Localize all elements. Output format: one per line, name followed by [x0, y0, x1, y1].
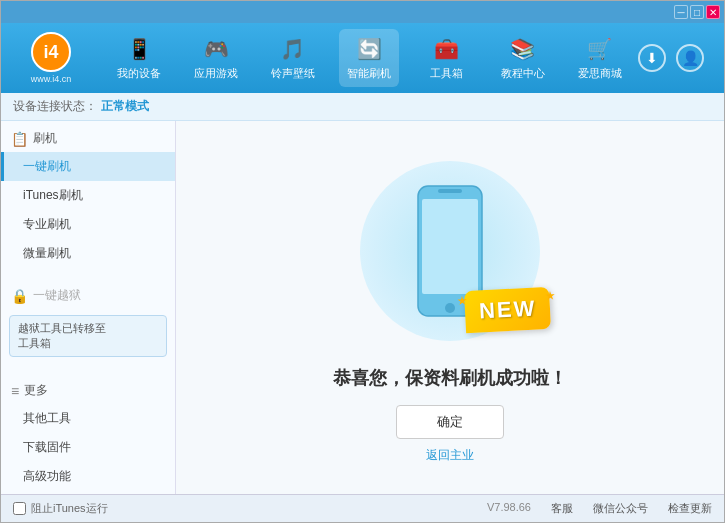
- nav-my-device[interactable]: 📱 我的设备: [109, 29, 169, 87]
- check-update-link[interactable]: 检查更新: [668, 501, 712, 516]
- nav-right-controls: ⬇ 👤: [638, 44, 714, 72]
- footer: 阻止iTunes运行 V7.98.66 客服 微信公众号 检查更新: [1, 494, 724, 522]
- toolbox-icon: 🧰: [432, 35, 460, 63]
- footer-left: 阻止iTunes运行: [13, 501, 487, 516]
- smart-flash-icon: 🔄: [355, 35, 383, 63]
- nav-toolbox[interactable]: 🧰 工具箱: [416, 29, 476, 87]
- apps-games-label: 应用游戏: [194, 66, 238, 81]
- flash-section-icon: 📋: [11, 131, 28, 147]
- logo-subtitle: www.i4.cn: [31, 74, 72, 84]
- logo-icon: i4: [31, 32, 71, 72]
- status-bar: 设备连接状态： 正常模式: [1, 93, 724, 121]
- jailbreak-lock-icon: 🔒: [11, 288, 28, 304]
- jailbreak-section-label: 一键越狱: [33, 287, 81, 304]
- back-link[interactable]: 返回主业: [426, 447, 474, 464]
- block-itunes-label: 阻止iTunes运行: [31, 501, 108, 516]
- sidebar-item-download-firmware[interactable]: 下载固件: [1, 433, 175, 462]
- svg-rect-2: [438, 189, 462, 193]
- sidebar-item-pro-flash[interactable]: 专业刷机: [1, 210, 175, 239]
- flash-section-label: 刷机: [33, 130, 57, 147]
- apple-store-label: 爱思商城: [578, 66, 622, 81]
- toolbox-label: 工具箱: [430, 66, 463, 81]
- nav-apps-games[interactable]: 🎮 应用游戏: [186, 29, 246, 87]
- status-label: 设备连接状态：: [13, 98, 97, 115]
- new-badge: NEW: [464, 287, 551, 333]
- my-device-label: 我的设备: [117, 66, 161, 81]
- nav-ringtones[interactable]: 🎵 铃声壁纸: [263, 29, 323, 87]
- close-button[interactable]: ✕: [706, 5, 720, 19]
- nav-tutorials[interactable]: 📚 教程中心: [493, 29, 553, 87]
- section-jailbreak-header: 🔒 一键越狱: [1, 282, 175, 309]
- sidebar-item-one-click-flash[interactable]: 一键刷机: [1, 152, 175, 181]
- svg-point-3: [445, 303, 455, 313]
- user-icon[interactable]: 👤: [676, 44, 704, 72]
- jailbreak-info-box: 越狱工具已转移至工具箱: [9, 315, 167, 357]
- sidebar-section-jailbreak: 🔒 一键越狱 越狱工具已转移至工具箱: [1, 278, 175, 367]
- sidebar: 📋 刷机 一键刷机 iTunes刷机 专业刷机 微量刷机 🔒 一键越狱 越狱工具…: [1, 121, 176, 494]
- wechat-link[interactable]: 微信公众号: [593, 501, 648, 516]
- success-message: 恭喜您，保资料刷机成功啦！: [333, 366, 567, 390]
- smart-flash-label: 智能刷机: [347, 66, 391, 81]
- footer-version: V7.98.66: [487, 501, 531, 516]
- section-flash-header: 📋 刷机: [1, 125, 175, 152]
- sidebar-section-flash: 📋 刷机 一键刷机 iTunes刷机 专业刷机 微量刷机: [1, 121, 175, 272]
- sidebar-item-advanced[interactable]: 高级功能: [1, 462, 175, 491]
- customer-service-link[interactable]: 客服: [551, 501, 573, 516]
- ringtones-icon: 🎵: [279, 35, 307, 63]
- new-badge-text: NEW: [478, 296, 537, 324]
- block-itunes-checkbox[interactable]: [13, 502, 26, 515]
- minimize-button[interactable]: ─: [674, 5, 688, 19]
- section-more-header: ≡ 更多: [1, 377, 175, 404]
- sidebar-item-other-tools[interactable]: 其他工具: [1, 404, 175, 433]
- nav-items: 📱 我的设备 🎮 应用游戏 🎵 铃声壁纸 🔄 智能刷机 🧰 工具箱 📚: [101, 29, 638, 87]
- nav-smart-flash[interactable]: 🔄 智能刷机: [339, 29, 399, 87]
- sidebar-section-more: ≡ 更多 其他工具 下载固件 高级功能: [1, 373, 175, 494]
- ringtones-label: 铃声壁纸: [271, 66, 315, 81]
- sidebar-item-itunes-flash[interactable]: iTunes刷机: [1, 181, 175, 210]
- app-window: ─ □ ✕ i4 www.i4.cn 📱 我的设备 🎮 应用游戏 🎵 铃声壁纸 …: [0, 0, 725, 523]
- status-value: 正常模式: [101, 98, 149, 115]
- confirm-button[interactable]: 确定: [396, 405, 504, 439]
- main-content: NEW 恭喜您，保资料刷机成功啦！ 确定 返回主业: [176, 121, 724, 494]
- apps-games-icon: 🎮: [202, 35, 230, 63]
- success-illustration: NEW 恭喜您，保资料刷机成功啦！ 确定 返回主业: [333, 151, 567, 464]
- nav-apple-store[interactable]: 🛒 爱思商城: [570, 29, 630, 87]
- phone-container: NEW: [360, 151, 540, 351]
- tutorials-icon: 📚: [509, 35, 537, 63]
- footer-right: V7.98.66 客服 微信公众号 检查更新: [487, 501, 712, 516]
- main-area: 📋 刷机 一键刷机 iTunes刷机 专业刷机 微量刷机 🔒 一键越狱 越狱工具…: [1, 121, 724, 494]
- navbar: i4 www.i4.cn 📱 我的设备 🎮 应用游戏 🎵 铃声壁纸 🔄 智能刷机…: [1, 23, 724, 93]
- download-icon[interactable]: ⬇: [638, 44, 666, 72]
- my-device-icon: 📱: [125, 35, 153, 63]
- svg-rect-1: [422, 199, 478, 294]
- titlebar: ─ □ ✕: [1, 1, 724, 23]
- sidebar-item-save-flash[interactable]: 微量刷机: [1, 239, 175, 268]
- tutorials-label: 教程中心: [501, 66, 545, 81]
- apple-store-icon: 🛒: [586, 35, 614, 63]
- more-section-label: 更多: [24, 382, 48, 399]
- maximize-button[interactable]: □: [690, 5, 704, 19]
- more-section-icon: ≡: [11, 383, 19, 399]
- app-logo: i4 www.i4.cn: [11, 32, 91, 84]
